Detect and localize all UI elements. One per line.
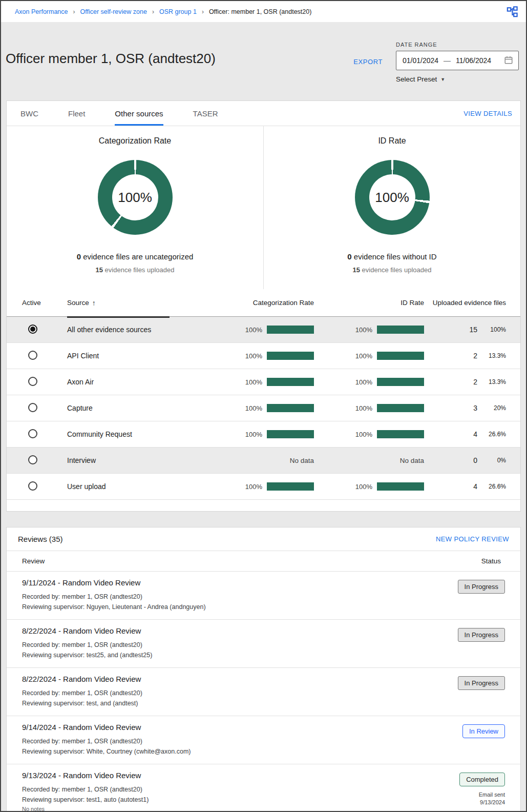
donut-center-value: 100%: [355, 160, 430, 235]
column-header-status: Status: [481, 557, 501, 565]
review-note: No notes: [22, 806, 149, 812]
select-preset-dropdown[interactable]: Select Preset ▼: [396, 75, 519, 83]
calendar-icon[interactable]: [504, 55, 513, 66]
id-rate-value: 100%: [355, 483, 372, 491]
source-name: Interview: [67, 456, 201, 464]
date-range-input[interactable]: 01/01/2024 — 11/06/2024: [396, 51, 519, 70]
breadcrumb-item[interactable]: OSR group 1: [159, 8, 197, 15]
column-header-source[interactable]: Source ↑: [67, 289, 201, 317]
cat-rate-value: 100%: [245, 404, 262, 412]
table-row[interactable]: User upload 100% 100% 4 26.6%: [7, 474, 520, 500]
tab[interactable]: Fleet: [68, 101, 85, 126]
review-recorded-by: Recorded by: member 1, OSR (andtest20): [22, 736, 191, 746]
id-rate-value: 100%: [355, 404, 372, 412]
view-details-link[interactable]: VIEW DETAILS: [463, 110, 512, 117]
uploaded-files-percent: 100%: [486, 326, 506, 333]
id-rate-bar: [377, 482, 424, 491]
chart-subcaption: 15 evidence files uploaded: [353, 266, 432, 274]
dropdown-arrow-icon: ▼: [440, 77, 445, 82]
table-row[interactable]: Capture 100% 100% 3 20%: [7, 395, 520, 421]
review-recorded-by: Recorded by: member 1, OSR (andtest20): [22, 592, 206, 602]
source-name: User upload: [67, 482, 201, 491]
radio-button[interactable]: [28, 429, 37, 438]
cat-rate-value: 100%: [245, 431, 262, 438]
breadcrumb-item[interactable]: Axon Performance: [15, 8, 68, 15]
breadcrumb: Axon Performance › Officer self-review z…: [15, 8, 311, 15]
uploaded-files-percent: 13.3%: [486, 378, 506, 385]
radio-button[interactable]: [28, 481, 37, 491]
column-header-id-rate[interactable]: ID Rate: [314, 299, 424, 307]
cat-rate-bar: [267, 352, 314, 360]
table-row[interactable]: API Client 100% 100% 2 13.3%: [7, 343, 520, 369]
radio-button[interactable]: [28, 403, 37, 412]
review-row[interactable]: 9/13/2024 - Random Video Review Recorded…: [7, 764, 520, 812]
date-start-value[interactable]: 01/01/2024: [403, 56, 438, 65]
uploaded-files-count: 4: [463, 430, 477, 438]
breadcrumb-item[interactable]: Officer: member 1, OSR (andtest20): [209, 8, 312, 15]
cat-rate-bar: [267, 378, 314, 386]
review-supervisor: Reviewing supervisor: test, and (andtest…: [22, 698, 142, 708]
status-badge: In Progress: [458, 580, 505, 594]
status-email-note: Email sent: [479, 791, 505, 799]
review-title: 8/22/2024 - Random Video Review: [22, 675, 142, 683]
charts-section: Categorization Rate 100% 0 evidence file…: [7, 126, 520, 289]
table-row[interactable]: All other evidence sources 100% 100% 15 …: [7, 317, 520, 343]
review-row[interactable]: 9/11/2024 - Random Video Review Recorded…: [7, 572, 520, 620]
table-row[interactable]: Interview No data No data 0 0%: [7, 448, 520, 474]
sources-card: BWC Fleet Other sources TASER VIEW DETAI…: [6, 100, 521, 512]
tab[interactable]: Other sources: [115, 101, 163, 126]
tab[interactable]: TASER: [193, 101, 218, 126]
cat-rate-value: 100%: [245, 326, 262, 334]
radio-button[interactable]: [28, 351, 37, 360]
reviews-card: Reviews (35) NEW POLICY REVIEW Review St…: [6, 527, 521, 812]
source-name: Capture: [67, 404, 201, 412]
table-row[interactable]: Axon Air 100% 100% 2 13.3%: [7, 369, 520, 395]
uploaded-files-count: 3: [463, 404, 477, 412]
select-preset-label: Select Preset: [396, 75, 437, 83]
review-recorded-by: Recorded by: member 1, OSR (andtest20): [22, 640, 152, 650]
no-data-text: No data: [400, 457, 424, 464]
cat-rate-bar: [267, 482, 314, 491]
chart-subcaption: 15 evidence files uploaded: [96, 266, 175, 274]
breadcrumb-item[interactable]: Officer self-review zone: [80, 8, 147, 15]
id-rate-chart: ID Rate 100% 0 evidence files without ID…: [264, 126, 520, 289]
radio-button[interactable]: [28, 324, 37, 334]
id-rate-value: 100%: [355, 326, 372, 334]
date-separator: —: [444, 56, 451, 65]
reviews-list: 9/11/2024 - Random Video Review Recorded…: [7, 572, 520, 812]
review-row[interactable]: 8/22/2024 - Random Video Review Recorded…: [7, 668, 520, 716]
org-chart-icon[interactable]: [507, 6, 518, 17]
id-rate-bar: [377, 326, 424, 334]
id-rate-bar: [377, 430, 424, 438]
cat-rate-bar: [267, 404, 314, 412]
review-supervisor: Reviewing supervisor: White, Courtney (c…: [22, 746, 191, 757]
id-rate-value: 100%: [355, 352, 372, 360]
chart-caption: 0 evidence files are uncategorized: [77, 252, 194, 261]
status-badge: In Review: [462, 724, 505, 738]
date-end-value[interactable]: 11/06/2024: [456, 56, 491, 65]
table-row[interactable]: Community Request 100% 100% 4 26.6%: [7, 421, 520, 448]
status-email-date: 9/13/2024: [480, 799, 505, 806]
uploaded-files-count: 15: [463, 326, 477, 334]
donut-chart: 100%: [355, 160, 430, 235]
donut-center-value: 100%: [98, 160, 173, 235]
new-policy-review-button[interactable]: NEW POLICY REVIEW: [436, 535, 509, 543]
tab[interactable]: BWC: [20, 101, 38, 126]
status-badge: In Progress: [458, 676, 505, 690]
column-header-categorization-rate[interactable]: Categorization Rate: [201, 299, 314, 307]
export-button[interactable]: EXPORT: [353, 58, 383, 66]
radio-button[interactable]: [28, 377, 37, 386]
uploaded-files-count: 2: [463, 352, 477, 360]
chevron-right-icon: ›: [152, 8, 154, 15]
page-header: Officer member 1, OSR (andtest20) EXPORT…: [1, 22, 526, 100]
review-row[interactable]: 9/14/2024 - Random Video Review Recorded…: [7, 716, 520, 764]
review-row[interactable]: 8/22/2024 - Random Video Review Recorded…: [7, 620, 520, 668]
radio-button[interactable]: [28, 455, 37, 464]
review-recorded-by: Recorded by: member 1, OSR (andtest20): [22, 688, 142, 698]
column-header-uploaded-files[interactable]: Uploaded evidence files: [424, 299, 506, 307]
cat-rate-bar: [267, 430, 314, 438]
no-data-text: No data: [290, 457, 314, 464]
review-title: 9/13/2024 - Random Video Review: [22, 771, 149, 780]
sort-ascending-icon: ↑: [92, 299, 96, 307]
status-badge: Completed: [459, 773, 505, 786]
